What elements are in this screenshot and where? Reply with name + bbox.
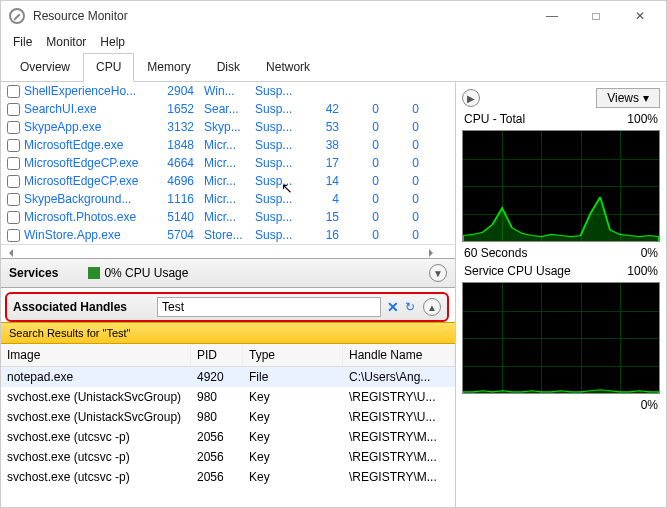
process-checkbox[interactable] [7, 121, 20, 134]
process-threads: 53 [299, 120, 339, 134]
result-pid: 2056 [191, 429, 243, 445]
process-cpu: 0 [339, 174, 379, 188]
col-pid[interactable]: PID [191, 344, 243, 366]
process-cpu: 0 [339, 120, 379, 134]
process-pid: 1116 [154, 192, 194, 206]
service-cpu-chart [462, 282, 660, 394]
collapse-handles-button[interactable]: ▲ [423, 298, 441, 316]
result-image: notepad.exe [1, 369, 191, 385]
tab-cpu[interactable]: CPU [83, 53, 134, 82]
col-handle-name[interactable]: Handle Name [343, 344, 455, 366]
process-row[interactable]: SearchUI.exe1652Sear...Susp...4200 [1, 100, 455, 118]
result-row[interactable]: svchost.exe (utcsvc -p)2056Key\REGISTRY\… [1, 467, 455, 487]
menu-help[interactable]: Help [100, 35, 125, 49]
associated-handles-header: Associated Handles ✕ ↻ ▲ [5, 292, 449, 322]
process-name: MicrosoftEdgeCP.exe [24, 156, 154, 170]
minimize-button[interactable]: ― [530, 2, 574, 30]
process-row[interactable]: Microsoft.Photos.exe5140Micr...Susp...15… [1, 208, 455, 226]
process-row[interactable]: SkypeApp.exe3132Skyp...Susp...5300 [1, 118, 455, 136]
result-image: svchost.exe (UnistackSvcGroup) [1, 389, 191, 405]
result-handle: \REGISTRY\M... [343, 469, 455, 485]
process-row[interactable]: MicrosoftEdgeCP.exe4696Micr...Susp...140… [1, 172, 455, 190]
chart2-foot-right: 0% [641, 398, 658, 412]
process-status: Susp... [249, 120, 299, 134]
menu-file[interactable]: File [13, 35, 32, 49]
result-row[interactable]: svchost.exe (utcsvc -p)2056Key\REGISTRY\… [1, 427, 455, 447]
process-avg: 0 [379, 138, 419, 152]
search-results-banner: Search Results for "Test" [1, 322, 455, 344]
result-row[interactable]: notepad.exe4920FileC:\Users\Ang... [1, 367, 455, 387]
process-pid: 5704 [154, 228, 194, 242]
tab-memory[interactable]: Memory [134, 53, 203, 81]
result-image: svchost.exe (utcsvc -p) [1, 429, 191, 445]
process-row[interactable]: WinStore.App.exe5704Store...Susp...1600 [1, 226, 455, 244]
results-header-row[interactable]: Image PID Type Handle Name [1, 344, 455, 367]
tab-disk[interactable]: Disk [204, 53, 253, 81]
process-desc: Store... [194, 228, 249, 242]
process-checkbox[interactable] [7, 193, 20, 206]
result-row[interactable]: svchost.exe (utcsvc -p)2056Key\REGISTRY\… [1, 447, 455, 467]
result-row[interactable]: svchost.exe (UnistackSvcGroup)980Key\REG… [1, 407, 455, 427]
process-status: Susp... [249, 138, 299, 152]
process-checkbox[interactable] [7, 139, 20, 152]
result-pid: 2056 [191, 469, 243, 485]
collapse-right-panel-button[interactable]: ▶ [462, 89, 480, 107]
process-desc: Micr... [194, 174, 249, 188]
menu-monitor[interactable]: Monitor [46, 35, 86, 49]
result-handle: \REGISTRY\M... [343, 429, 455, 445]
process-threads: 16 [299, 228, 339, 242]
process-name: MicrosoftEdgeCP.exe [24, 174, 154, 188]
process-checkbox[interactable] [7, 229, 20, 242]
horizontal-scrollbar[interactable] [1, 244, 455, 258]
maximize-button[interactable]: □ [574, 2, 618, 30]
process-checkbox[interactable] [7, 211, 20, 224]
process-status: Susp... [249, 192, 299, 206]
right-panel: ▶ Views▾ CPU - Total100% 60 Seconds0% Se… [456, 82, 666, 507]
col-type[interactable]: Type [243, 344, 343, 366]
expand-services-button[interactable]: ▼ [429, 264, 447, 282]
col-image[interactable]: Image [1, 344, 191, 366]
process-name: Microsoft.Photos.exe [24, 210, 154, 224]
process-threads: 42 [299, 102, 339, 116]
services-section-header[interactable]: Services 0% CPU Usage ▼ [1, 258, 455, 288]
process-checkbox[interactable] [7, 103, 20, 116]
process-row[interactable]: ShellExperienceHo...2904Win...Susp... [1, 82, 455, 100]
result-pid: 2056 [191, 449, 243, 465]
process-cpu: 0 [339, 228, 379, 242]
process-name: MicrosoftEdge.exe [24, 138, 154, 152]
result-pid: 980 [191, 409, 243, 425]
results-body[interactable]: notepad.exe4920FileC:\Users\Ang...svchos… [1, 367, 455, 487]
result-row[interactable]: svchost.exe (UnistackSvcGroup)980Key\REG… [1, 387, 455, 407]
process-row[interactable]: MicrosoftEdge.exe1848Micr...Susp...3800 [1, 136, 455, 154]
process-checkbox[interactable] [7, 157, 20, 170]
chart1-title: CPU - Total [464, 112, 525, 126]
process-desc: Win... [194, 84, 249, 98]
process-checkbox[interactable] [7, 85, 20, 98]
result-type: Key [243, 449, 343, 465]
process-name: SearchUI.exe [24, 102, 154, 116]
result-handle: \REGISTRY\M... [343, 449, 455, 465]
process-table[interactable]: ShellExperienceHo...2904Win...Susp...Sea… [1, 82, 455, 244]
process-row[interactable]: SkypeBackground...1116Micr...Susp...400 [1, 190, 455, 208]
close-button[interactable]: ✕ [618, 2, 662, 30]
handles-search-input[interactable] [157, 297, 381, 317]
services-usage: 0% CPU Usage [88, 266, 188, 280]
tab-overview[interactable]: Overview [7, 53, 83, 81]
process-pid: 1848 [154, 138, 194, 152]
process-status: Susp... [249, 102, 299, 116]
clear-search-button[interactable]: ✕ [387, 299, 399, 315]
process-threads: 17 [299, 156, 339, 170]
process-checkbox[interactable] [7, 175, 20, 188]
cpu-total-chart [462, 130, 660, 242]
chevron-down-icon: ▾ [643, 91, 649, 105]
views-dropdown[interactable]: Views▾ [596, 88, 660, 108]
process-name: SkypeApp.exe [24, 120, 154, 134]
app-icon [9, 8, 25, 24]
titlebar: Resource Monitor ― □ ✕ [1, 1, 666, 31]
process-row[interactable]: MicrosoftEdgeCP.exe4664Micr...Susp...170… [1, 154, 455, 172]
tab-network[interactable]: Network [253, 53, 323, 81]
process-pid: 1652 [154, 102, 194, 116]
process-threads: 38 [299, 138, 339, 152]
refresh-search-button[interactable]: ↻ [405, 300, 415, 314]
process-status: Susp... [249, 210, 299, 224]
